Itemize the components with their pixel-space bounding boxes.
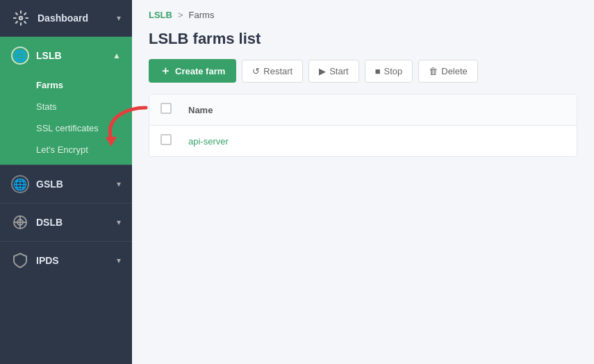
page-title-bar: LSLB farms list xyxy=(132,27,594,59)
lslb-chevron-icon: ▲ xyxy=(113,51,121,60)
dashboard-icon xyxy=(11,8,31,28)
dashboard-label: Dashboard xyxy=(38,13,88,24)
sidebar-item-letsencrypt[interactable]: Let's Encrypt xyxy=(0,139,132,160)
dashboard-chevron-icon: ▾ xyxy=(117,13,121,23)
table-row: api-server xyxy=(149,126,577,156)
stop-label: Stop xyxy=(384,66,403,76)
page-title: LSLB farms list xyxy=(149,30,577,48)
breadcrumb-current: Farms xyxy=(189,10,215,20)
sidebar-section-gslb[interactable]: 🌐 GSLB ▾ xyxy=(0,165,132,203)
sidebar-dashboard[interactable]: Dashboard ▾ xyxy=(0,0,132,37)
dslb-chevron-icon: ▾ xyxy=(117,217,121,227)
delete-icon: 🗑 xyxy=(429,66,438,76)
restart-label: Restart xyxy=(263,66,292,76)
breadcrumb-lslb-link[interactable]: LSLB xyxy=(149,10,172,20)
row-checkbox[interactable] xyxy=(160,134,172,145)
restart-icon: ↺ xyxy=(252,66,260,76)
create-farm-label: Create farm xyxy=(175,66,225,76)
lslb-submenu: Farms Stats SSL certificates Let's Encry… xyxy=(0,74,132,165)
sidebar-item-farms[interactable]: Farms xyxy=(0,74,132,96)
delete-label: Delete xyxy=(441,66,468,76)
ipds-icon xyxy=(11,251,29,270)
gslb-globe-icon: 🌐 xyxy=(11,175,29,193)
farms-table: Name api-server xyxy=(149,94,577,157)
table-header: Name xyxy=(149,94,577,126)
gslb-chevron-icon: ▾ xyxy=(117,179,121,189)
sidebar-section-ipds[interactable]: IPDS ▾ xyxy=(0,241,132,279)
restart-button[interactable]: ↺ Restart xyxy=(242,60,303,83)
sidebar-item-stats[interactable]: Stats xyxy=(0,96,132,117)
ipds-section-header[interactable]: IPDS ▾ xyxy=(0,242,132,279)
breadcrumb-separator: > xyxy=(178,10,183,20)
svg-point-0 xyxy=(19,17,22,19)
ipds-chevron-icon: ▾ xyxy=(117,256,121,265)
stop-button[interactable]: ■ Stop xyxy=(365,60,413,83)
farm-name-link[interactable]: api-server xyxy=(188,136,566,147)
create-farm-button[interactable]: ＋ Create farm xyxy=(149,59,236,83)
sidebar-section-lslb[interactable]: 🌐 LSLB ▲ Farms Stats SSL certificates Le… xyxy=(0,37,132,165)
start-label: Start xyxy=(329,66,348,76)
table-header-name: Name xyxy=(188,105,566,115)
row-check-cell xyxy=(160,134,188,148)
lslb-globe-icon: 🌐 xyxy=(11,47,29,65)
breadcrumb: LSLB > Farms xyxy=(132,0,594,27)
plus-icon: ＋ xyxy=(160,65,171,76)
dslb-section-header[interactable]: DSLB ▾ xyxy=(0,204,132,241)
lslb-label: LSLB xyxy=(36,50,62,61)
dslb-label: DSLB xyxy=(36,217,63,228)
delete-button[interactable]: 🗑 Delete xyxy=(418,60,478,83)
sidebar-item-ssl[interactable]: SSL certificates xyxy=(0,117,132,139)
toolbar: ＋ Create farm ↺ Restart ▶ Start ■ Stop 🗑… xyxy=(132,59,594,94)
gslb-label: GSLB xyxy=(36,179,63,190)
sidebar: Dashboard ▾ 🌐 LSLB ▲ Farms Stats SSL cer… xyxy=(0,0,132,364)
start-icon: ▶ xyxy=(319,66,326,76)
dslb-icon xyxy=(11,213,29,231)
stop-icon: ■ xyxy=(375,66,381,76)
sidebar-section-dslb[interactable]: DSLB ▾ xyxy=(0,203,132,241)
start-button[interactable]: ▶ Start xyxy=(308,60,358,83)
table-header-check-cell xyxy=(160,103,188,117)
ipds-label: IPDS xyxy=(36,255,59,266)
main-content: LSLB > Farms LSLB farms list ＋ Create fa… xyxy=(132,0,594,364)
gslb-section-header[interactable]: 🌐 GSLB ▾ xyxy=(0,165,132,203)
lslb-section-header[interactable]: 🌐 LSLB ▲ xyxy=(0,37,132,74)
select-all-checkbox[interactable] xyxy=(160,103,172,114)
